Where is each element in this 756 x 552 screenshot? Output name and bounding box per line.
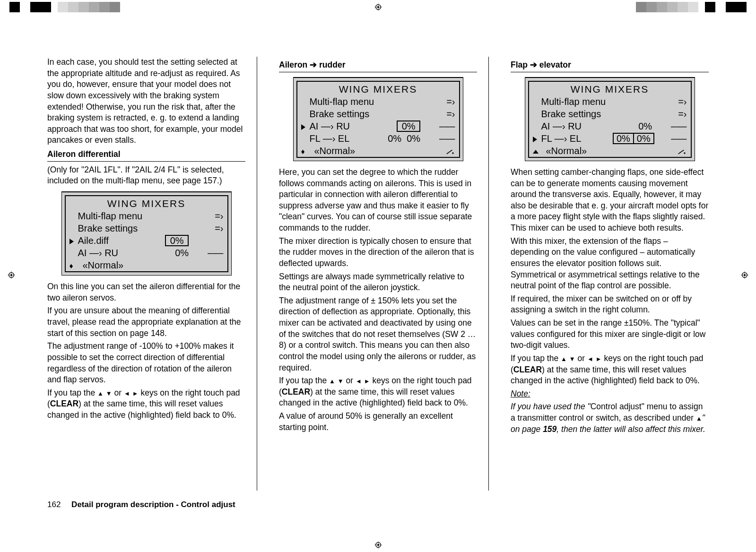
go-arrow: =› xyxy=(205,210,224,222)
subheading-aileron-differential: Aileron differential xyxy=(47,149,245,162)
registration-mark-icon xyxy=(374,3,382,11)
updown-icon: ♦ xyxy=(301,148,305,155)
up-key-icon: ▲ xyxy=(561,355,567,362)
svg-point-13 xyxy=(452,152,453,154)
svg-line-14 xyxy=(678,150,684,154)
right-key-icon: ► xyxy=(364,378,370,385)
body-text: If you tap the ▲ ▼ or ◄ ► keys on the ri… xyxy=(47,388,245,421)
body-text: In each case, you should test the settin… xyxy=(47,57,245,146)
screen-title: WING MIXERS xyxy=(297,82,459,95)
value: ––– xyxy=(420,120,455,132)
body-text: Values can be set in the range ±150%. Th… xyxy=(511,318,709,351)
value: 0% xyxy=(388,133,401,144)
arrow-right-icon: ➔ xyxy=(310,60,317,69)
go-arrow: =› xyxy=(436,95,455,108)
footer-title: Detail program description - Control adj… xyxy=(71,500,235,509)
switch-icon xyxy=(678,148,687,155)
subheading-flap-elevator: Flap ➔ elevator xyxy=(511,60,709,72)
menu-item: AI —› RU xyxy=(310,120,386,132)
down-key-icon: ▼ xyxy=(338,378,344,385)
registration-mark-icon xyxy=(374,541,382,549)
page-number: 162 xyxy=(47,500,61,509)
left-key-icon: ◄ xyxy=(124,390,130,397)
lcd-screen-aileron-rudder: WING MIXERS Multi-flap menu=› Brake sett… xyxy=(293,77,463,161)
go-arrow: =› xyxy=(205,222,224,234)
value-boxed: 0% xyxy=(397,121,420,132)
cursor-icon xyxy=(301,124,305,130)
go-arrow: =› xyxy=(668,108,687,120)
menu-item: Multi-flap menu xyxy=(310,95,436,108)
switch-icon xyxy=(446,148,455,155)
menu-item: Aile.diff xyxy=(78,234,154,247)
menu-item: Multi-flap menu xyxy=(78,210,205,222)
cursor-icon xyxy=(533,137,537,142)
menu-item: Brake settings xyxy=(541,108,668,120)
value-boxed: 0% xyxy=(633,133,654,144)
value-boxed: 0% xyxy=(613,133,634,144)
page-footer: 162 Detail program description - Control… xyxy=(47,500,235,509)
up-icon xyxy=(533,150,539,154)
gray-squares-left xyxy=(58,2,120,12)
left-key-icon: ◄ xyxy=(356,378,362,385)
screen-title: WING MIXERS xyxy=(66,196,227,210)
menu-item: AI —› RU xyxy=(541,120,617,132)
body-text: The adjustment range of ± 150% lets you … xyxy=(279,295,477,373)
value: ––– xyxy=(189,247,223,259)
go-arrow: =› xyxy=(436,108,455,120)
down-key-icon: ▼ xyxy=(569,355,575,362)
bottom-registration-bar xyxy=(0,538,756,552)
color-squares-left xyxy=(9,2,51,12)
note-heading: Note: xyxy=(511,388,709,400)
page-content: In each case, you should test the settin… xyxy=(47,57,709,491)
value: 0% xyxy=(617,120,652,132)
body-text: Here, you can set the degree to which th… xyxy=(279,167,477,234)
up-key-icon: ▲ xyxy=(696,415,702,422)
menu-item: FL —› EL xyxy=(541,132,613,145)
color-squares-right xyxy=(705,2,747,12)
body-text: With this mixer, the extension of the fl… xyxy=(511,236,709,292)
body-text: The adjustment range of -100% to +100% m… xyxy=(47,341,245,386)
column-1: In each case, you should test the settin… xyxy=(47,57,257,491)
value: ––– xyxy=(420,132,455,145)
menu-item: FL —› EL xyxy=(310,132,386,145)
lcd-screen-aileron-diff: WING MIXERS Multi-flap menu=› Brake sett… xyxy=(61,191,232,276)
phase-label: «Normal» xyxy=(78,259,156,271)
body-text: Settings are always made symmetrically r… xyxy=(279,271,477,293)
svg-point-15 xyxy=(684,152,685,154)
svg-line-12 xyxy=(446,150,452,154)
menu-item: Brake settings xyxy=(78,222,205,234)
right-key-icon: ► xyxy=(596,355,602,362)
top-registration-bar xyxy=(0,0,756,14)
updown-icon: ♦ xyxy=(70,262,73,270)
screen-title: WING MIXERS xyxy=(529,82,691,95)
column-3: Flap ➔ elevator WING MIXERS Multi-flap m… xyxy=(511,57,709,491)
phase-label: «Normal» xyxy=(541,145,620,157)
column-2: Aileron ➔ rudder WING MIXERS Multi-flap … xyxy=(279,57,489,491)
arrow-right-icon: ➔ xyxy=(530,60,537,69)
right-key-icon: ► xyxy=(132,390,139,397)
note-text: If you have used the "Control adjust" me… xyxy=(511,401,709,435)
subheading-aileron-rudder: Aileron ➔ rudder xyxy=(279,60,477,72)
body-text: On this line you can set the aileron dif… xyxy=(47,281,245,303)
value: ––– xyxy=(654,132,687,145)
value: 0% xyxy=(407,133,420,144)
value: 0% xyxy=(154,247,189,259)
down-key-icon: ▼ xyxy=(106,390,112,397)
up-key-icon: ▲ xyxy=(97,390,104,397)
menu-item: Brake settings xyxy=(310,108,436,120)
body-text: If you are unsure about the meaning of d… xyxy=(47,305,245,339)
menu-item: AI —› RU xyxy=(78,247,154,259)
value-boxed: 0% xyxy=(165,235,189,246)
body-text: If you tap the ▲ ▼ or ◄ ► keys on the ri… xyxy=(511,353,709,387)
body-text: If you tap the ▲ ▼ or ◄ ► keys on the ri… xyxy=(279,375,477,409)
up-key-icon: ▲ xyxy=(329,378,335,385)
phase-label: «Normal» xyxy=(310,145,388,157)
left-key-icon: ◄ xyxy=(587,355,593,362)
value: ––– xyxy=(652,120,686,132)
body-text: The mixer direction is typically chosen … xyxy=(279,236,477,269)
body-text: When setting camber-changing flaps, one … xyxy=(511,167,709,234)
menu-item: Multi-flap menu xyxy=(541,95,668,108)
body-text: (Only for "2AIL 1FL". If "2AIL 2/4 FL" i… xyxy=(47,164,245,187)
registration-mark-icon xyxy=(741,271,748,279)
cursor-icon xyxy=(70,239,74,244)
